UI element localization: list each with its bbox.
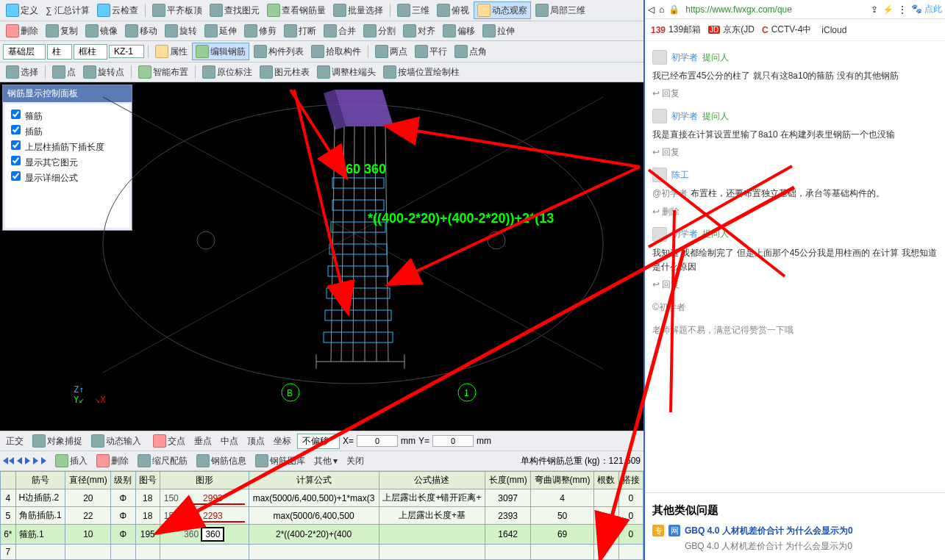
tb-pick[interactable]: 拾取构件 [308,43,364,60]
floor-select[interactable]: 基础层 [3,44,46,60]
bm-139[interactable]: 139139邮箱 [651,24,701,36]
tb-parallel[interactable]: 平行 [412,43,450,60]
tb-select[interactable]: 选择 [3,64,41,80]
bb-close[interactable]: 关闭 [343,453,367,469]
tb-cloud[interactable]: 云检查 [94,2,141,18]
tb-split[interactable]: 分割 [360,23,399,39]
y-label: Y= [418,436,429,446]
similar-link[interactable]: GBQ 4.0 人材机差价合计 为什么会显示为0 [685,525,853,537]
tb-define[interactable]: 定义 [3,2,41,18]
comment-text: @初学者 布置柱，还要布置独立基础，承台等基础构件的。 [652,187,938,201]
reply-button[interactable]: ↩ 回复 [652,146,680,159]
tb-offset[interactable]: 偏移 [440,23,478,39]
username[interactable]: 初学者 [671,110,698,123]
paw-icon[interactable]: 🐾 点此 [911,3,942,15]
reply-button[interactable]: ↩ 回复 [652,87,680,100]
tb-dynamic-view[interactable]: 动态观察 [474,1,531,19]
tb-col-table[interactable]: 图元柱表 [257,64,313,80]
tb-top[interactable]: 俯视 [434,2,472,18]
tb-adj-end[interactable]: 调整柱端头 [314,64,379,80]
y-input[interactable] [432,435,474,447]
id-select[interactable]: KZ-1 [109,45,144,58]
tb-break[interactable]: 打断 [281,23,319,39]
username[interactable]: 陈工 [671,169,689,182]
tb-copy[interactable]: 复制 [43,23,81,39]
flash-icon[interactable]: ⚡ [882,4,894,15]
tb-rot-pt[interactable]: 旋转点 [80,64,127,80]
shape-select[interactable]: 框柱 [74,44,107,60]
tb-view-rebar[interactable]: 查看钢筋量 [264,2,329,18]
nav-last2[interactable] [41,457,46,464]
tb-props[interactable]: 属性 [152,43,190,60]
tb-trim[interactable]: 修剪 [241,23,279,39]
tb-sum[interactable]: ∑ 汇总计算 [43,3,93,18]
bb-insert[interactable]: 插入 [52,453,90,469]
menu-icon[interactable]: ⋮ [898,4,907,15]
tb-delete[interactable]: 删除 [3,23,41,39]
tb-stretch[interactable]: 拉伸 [479,23,518,39]
nav-first2[interactable] [9,457,14,464]
tb-pt-angle[interactable]: 点角 [452,43,490,60]
tb-local3d[interactable]: 局部三维 [532,2,588,18]
type-select[interactable]: 柱 [47,44,72,60]
tb-point[interactable]: 点 [49,64,79,80]
tb-edit-rebar[interactable]: 编辑钢筋 [192,43,249,60]
tb-list[interactable]: 构件列表 [251,43,307,60]
bb-other[interactable]: 其他 ▾ [311,453,340,469]
tb-move[interactable]: 移动 [122,23,160,39]
tb-smart[interactable]: 智能布置 [135,64,191,80]
rebar-table[interactable]: 筋号直径(mm)级别图号图形计算公式公式描述长度(mm)弯曲调整(mm)根数搭接… [0,471,643,560]
tb-extend[interactable]: 延伸 [202,23,240,39]
table-row[interactable]: 4H边插筋.220Φ18150 2993max(5000/6,400,500)+… [1,489,643,507]
sb-coord[interactable]: 坐标 [271,434,294,449]
bb-delete[interactable]: 删除 [93,453,132,469]
bb-lib[interactable]: 钢筋图库 [252,453,308,469]
sb-vert[interactable]: 顶点 [244,434,268,449]
tb-flat[interactable]: 平齐板顶 [149,2,205,18]
tb-inplace[interactable]: 原位标注 [199,64,255,80]
share-icon[interactable]: ⇪ [871,4,878,15]
bb-scale[interactable]: 缩尺配筋 [135,453,190,469]
username[interactable]: 初学者 [671,51,698,64]
tb-by-wall[interactable]: 按墙位置绘制柱 [380,64,463,80]
extend-icon [204,24,218,37]
tb-2pt[interactable]: 两点 [372,43,410,60]
tb-rotate[interactable]: 旋转 [162,23,200,39]
username[interactable]: 初学者 [671,228,698,240]
find-icon [210,4,223,17]
nav-last[interactable] [33,457,38,464]
home-icon[interactable]: ⌂ [659,4,664,15]
bb-info[interactable]: 钢筋信息 [193,453,249,469]
nav-first[interactable] [3,457,8,464]
edit-rebar-icon [196,45,209,58]
bm-jd[interactable]: JD京东(JD [708,24,755,36]
sb-int[interactable]: 交点 [150,433,188,449]
tb-batch[interactable]: 批量选择 [330,2,386,18]
sb-perp[interactable]: 垂点 [191,434,215,449]
table-row[interactable]: 6*箍筋.110Φ195360 3602*((400-2*20)+(400164… [1,525,643,545]
bm-icloud[interactable]: iCloud [819,25,846,35]
tb-find[interactable]: 查找图元 [207,2,263,18]
tb-mirror[interactable]: 镜像 [82,23,121,39]
viewport-3d[interactable]: 钢筋显示控制面板 箍筋 插筋 上层柱插筋下插长度 显示其它图元 显示详细公式 B… [0,82,643,431]
sb-dyn[interactable]: 动态输入 [88,433,144,449]
url-input[interactable] [684,4,866,15]
nav-prev[interactable] [17,457,22,464]
reply-button[interactable]: ↩ 删除 [652,206,680,218]
offset-select[interactable]: 不偏移 [297,434,340,449]
bm-cctv[interactable]: CCCTV-4中 [762,24,811,36]
tb-align[interactable]: 对齐 [400,23,438,39]
sb-ortho[interactable]: 正交 [3,434,26,449]
table-row[interactable]: 5角筋插筋.122Φ18150 2293max(5000/6,400,500上层… [1,507,643,525]
sb-mid[interactable]: 中点 [218,434,241,449]
svg-text:1: 1 [464,388,469,398]
reply-button[interactable]: ↩ 回复 [652,279,680,291]
table-row[interactable]: 7 [1,545,643,560]
tb-merge[interactable]: 合并 [321,23,359,39]
back-icon[interactable]: ◁ [648,4,655,15]
x-input[interactable] [357,435,398,447]
sb-snap[interactable]: 对象捕捉 [29,433,85,449]
break-icon [284,24,297,37]
nav-next[interactable] [25,457,30,464]
tb-3d[interactable]: 三维 [394,2,432,18]
